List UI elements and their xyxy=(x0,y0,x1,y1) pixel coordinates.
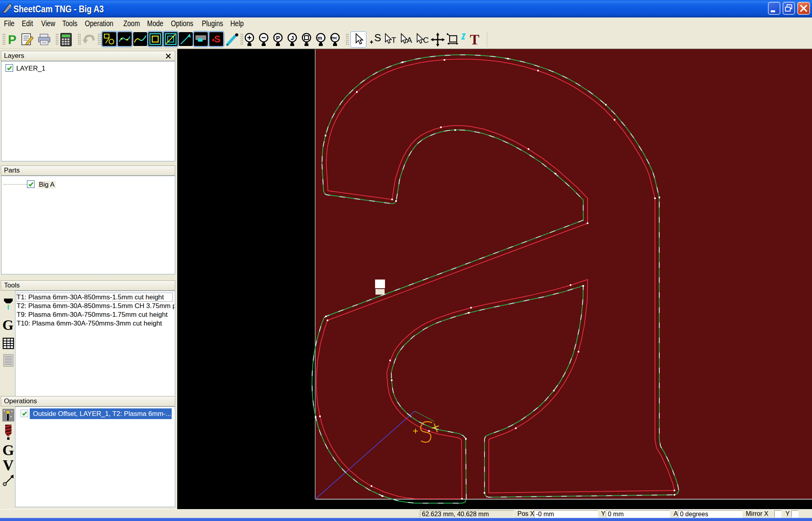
svg-text:T: T xyxy=(391,36,396,44)
svg-text:mc: mc xyxy=(331,35,337,40)
svg-text:P: P xyxy=(8,33,16,47)
svg-text:m: m xyxy=(318,35,322,41)
svg-text:C: C xyxy=(423,36,429,44)
svg-text:J: J xyxy=(291,34,294,41)
svg-text:T: T xyxy=(470,33,479,47)
svg-text:S: S xyxy=(374,33,381,44)
svg-text:A: A xyxy=(407,36,412,44)
svg-text:S: S xyxy=(214,34,220,44)
svg-text:P: P xyxy=(276,34,280,41)
